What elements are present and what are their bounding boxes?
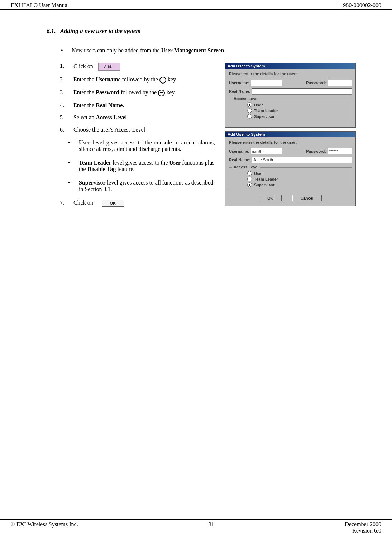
- dialog-titlebar: Add User to System: [225, 132, 355, 137]
- sub-u-b: User: [79, 139, 90, 146]
- s3c: followed by the: [119, 89, 158, 95]
- radio-supervisor[interactable]: Supervisor: [247, 114, 348, 119]
- dialog-cancel-button[interactable]: Cancel: [292, 195, 322, 201]
- realname-label: Real Name:: [229, 89, 250, 94]
- access-level-legend: Access Level: [232, 96, 260, 101]
- s4c: .: [123, 102, 124, 108]
- section-heading: 6.1. Adding a new user to the system: [47, 28, 360, 35]
- step-num-6: 6.: [60, 127, 73, 133]
- page-header: EXI HALO User Manual 980-000002-000: [0, 0, 392, 10]
- dialog-titlebar: Add User to System: [225, 63, 355, 69]
- footer-copyright: © EXI Wireless Systems Inc.: [11, 521, 78, 528]
- radio-icon: [247, 108, 252, 113]
- s5a: Select an: [73, 114, 96, 120]
- password-field[interactable]: ******: [328, 148, 352, 154]
- footer-revision: Revision 6.0: [352, 528, 381, 534]
- enter-key-icon: –: [158, 90, 165, 96]
- sub-t-g: feature.: [116, 166, 134, 172]
- step-2: 2. Enter the Username followed by the – …: [60, 76, 215, 84]
- radio-sup-label: Supervisor: [254, 183, 274, 187]
- realname-field[interactable]: Jane Smith: [252, 157, 352, 163]
- realname-label: Real Name:: [229, 158, 250, 162]
- s2a: Enter the: [73, 76, 96, 82]
- sub-u-rest: level gives access to the console to acc…: [79, 139, 215, 152]
- ok-button[interactable]: OK: [102, 200, 124, 207]
- enter-key-icon: –: [159, 77, 166, 84]
- access-level-fieldset: Access Level User Team Leader Supervisor: [229, 99, 352, 123]
- footer-date: December 2000: [345, 521, 381, 528]
- header-left: EXI HALO User Manual: [11, 2, 69, 9]
- s3a: Enter the: [73, 89, 96, 95]
- step-num-5: 5.: [60, 114, 73, 121]
- section-title-text: Adding a new user to the system: [60, 28, 141, 34]
- password-label: Password:: [306, 81, 326, 85]
- radio-tl-label: Team Leader: [254, 109, 278, 113]
- step-4: 4. Enter the Real Name.: [60, 102, 215, 109]
- sub-s-b: Supervisor: [79, 180, 106, 186]
- access-teamleader-bullet: • Team Leader level gives access to the …: [68, 159, 215, 172]
- radio-user[interactable]: User: [247, 171, 348, 176]
- bullet-icon: •: [68, 159, 79, 172]
- sub-t-b: Team Leader: [79, 159, 111, 166]
- username-label: Username:: [229, 81, 249, 85]
- username-field[interactable]: jsmith: [251, 148, 282, 154]
- intro-text-a: New users can only be added from the: [72, 47, 161, 53]
- sub-t-c: level gives access to the: [111, 159, 169, 166]
- realname-field[interactable]: [252, 88, 352, 95]
- step-num-2: 2.: [60, 76, 73, 83]
- dialog-instruction: Please enter the details for the user:: [229, 140, 352, 144]
- step-7: 7. Click on OK: [60, 200, 215, 207]
- username-label: Username:: [229, 149, 249, 153]
- password-label: Password:: [306, 149, 326, 153]
- access-supervisor-bullet: • Supervisor level gives access to all f…: [68, 180, 215, 192]
- s2c: followed by the: [121, 76, 159, 82]
- sub-t-f: Disable Tag: [87, 166, 116, 172]
- step-num-7: 7.: [60, 200, 73, 206]
- radio-icon: [247, 102, 252, 107]
- radio-sup-label: Supervisor: [254, 114, 274, 119]
- s2d: key: [166, 76, 176, 82]
- username-field[interactable]: [251, 80, 282, 86]
- s4b: Real Name: [96, 102, 123, 108]
- step-num-3: 3.: [60, 89, 73, 96]
- s5b: Access Level: [96, 114, 127, 120]
- radio-icon: [247, 177, 252, 181]
- bullet-icon: •: [61, 47, 72, 54]
- section-number: 6.1.: [47, 28, 56, 34]
- radio-user-label: User: [254, 103, 263, 107]
- radio-icon: [247, 182, 252, 187]
- step-6: 6. Choose the user's Access Level: [60, 127, 215, 133]
- s3d: key: [165, 89, 175, 95]
- add-user-dialog-blank: Add User to System Please enter the deta…: [225, 63, 356, 128]
- header-right: 980-000002-000: [343, 2, 381, 9]
- step-3: 3. Enter the Password followed by the – …: [60, 89, 215, 96]
- bullet-icon: •: [68, 139, 79, 152]
- radio-team-leader[interactable]: Team Leader: [247, 177, 348, 181]
- password-field[interactable]: [328, 80, 352, 86]
- s3b: Password: [96, 89, 119, 95]
- footer-page: 31: [209, 521, 214, 528]
- s6a: Choose the user's Access Level: [73, 127, 145, 133]
- radio-icon: [247, 114, 252, 119]
- access-user-bullet: • User level gives access to the console…: [68, 139, 215, 152]
- s4a: Enter the: [73, 102, 96, 108]
- s2b: Username: [96, 76, 120, 82]
- page-footer: © EXI Wireless Systems Inc. 31 December …: [0, 519, 392, 534]
- add-button[interactable]: Add...: [98, 63, 120, 71]
- step-7-text: Click on: [73, 200, 93, 206]
- bullet-icon: •: [68, 180, 79, 192]
- radio-team-leader[interactable]: Team Leader: [247, 108, 348, 113]
- radio-supervisor[interactable]: Supervisor: [247, 182, 348, 187]
- sub-t-d: User: [169, 159, 181, 166]
- radio-user[interactable]: User: [247, 102, 348, 107]
- access-level-legend: Access Level: [232, 165, 260, 169]
- dialog-instruction: Please enter the details for the user:: [229, 72, 352, 76]
- radio-icon: [247, 171, 252, 176]
- step-num-1: 1.: [60, 63, 73, 69]
- radio-user-label: User: [254, 171, 263, 176]
- dialog-ok-button[interactable]: OK: [259, 195, 282, 201]
- add-user-dialog-filled: Add User to System Please enter the deta…: [225, 131, 356, 206]
- intro-bullet: • New users can only be added from the U…: [61, 47, 360, 54]
- step-5: 5. Select an Access Level: [60, 114, 215, 121]
- step-1: 1. Click on Add...: [60, 63, 215, 71]
